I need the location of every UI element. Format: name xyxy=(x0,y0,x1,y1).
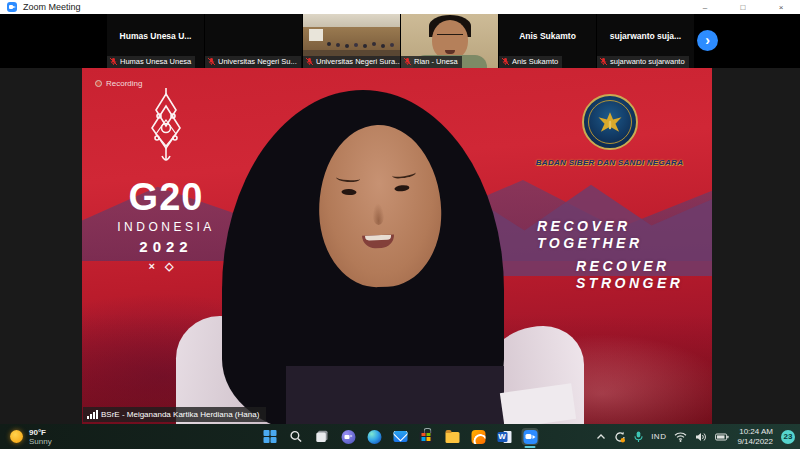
zoom-app-icon xyxy=(7,2,17,12)
participant-thumbnail-meeting-room[interactable]: Universitas Negeri Sura... xyxy=(303,14,400,68)
participant-name-label: Anis Sukamto xyxy=(499,56,562,68)
participant-name-label: sujarwanto sujarwanto xyxy=(597,56,689,68)
participant-thumbnail-rian[interactable]: Rian - Unesa xyxy=(401,14,498,68)
recording-dot-icon xyxy=(95,80,102,87)
clock-time: 10:24 AM xyxy=(737,427,773,437)
microsoft-store-button[interactable] xyxy=(418,428,435,445)
zoom-app-button[interactable] xyxy=(522,428,539,445)
speaker-eyebrow xyxy=(336,173,360,183)
next-page-button[interactable]: › xyxy=(697,30,718,51)
participant-thumbnail-unesa-2[interactable]: Universitas Negeri Su... xyxy=(205,14,302,68)
speaker-eyebrow xyxy=(391,169,416,180)
store-icon xyxy=(420,431,433,443)
room-video-screen xyxy=(309,29,323,41)
participant-thumbnail-sujarwanto[interactable]: sujarwanto suja... sujarwanto sujarwanto xyxy=(597,14,694,68)
mail-icon xyxy=(393,431,407,442)
weather-condition: Sunny xyxy=(29,437,52,446)
battery-status[interactable] xyxy=(715,433,729,441)
clock-date: 9/14/2022 xyxy=(737,437,773,447)
system-tray: IND 10:24 AM 9/14/2022 23 xyxy=(596,427,795,446)
task-view-icon xyxy=(316,430,329,443)
weather-temperature: 90°F xyxy=(29,428,52,437)
audio-level-icon xyxy=(87,410,98,419)
edge-browser-icon xyxy=(367,430,381,444)
minimize-button[interactable]: – xyxy=(686,0,724,14)
rian-video-face xyxy=(432,20,468,60)
speaker-eye xyxy=(341,189,356,196)
participant-display-name: sujarwanto suja... xyxy=(597,14,694,57)
mail-button[interactable] xyxy=(392,428,409,445)
mic-muted-icon xyxy=(501,57,510,66)
participant-name-label: Universitas Negeri Su... xyxy=(205,56,301,68)
maximize-button[interactable]: □ xyxy=(724,0,762,14)
language-indicator[interactable]: IND xyxy=(651,432,666,441)
battery-icon xyxy=(715,433,729,441)
thumbnail-row: Humas Unesa U... Humas Unesa Unesa Unive… xyxy=(107,14,694,68)
windows-logo-icon xyxy=(264,430,277,443)
participant-name-label: Humas Unesa Unesa xyxy=(107,56,195,68)
sunny-weather-icon xyxy=(10,430,23,443)
participant-name-text: Universitas Negeri Su... xyxy=(218,57,297,66)
search-icon xyxy=(290,430,303,443)
hidden-icons-chevron[interactable] xyxy=(596,433,606,441)
active-speaker-name-label: BSrE - Meigananda Kartika Herdiana (Hana… xyxy=(83,407,266,422)
participant-thumbnail-humas-unesa[interactable]: Humas Unesa U... Humas Unesa Unesa xyxy=(107,14,204,68)
room-video-ceiling xyxy=(303,14,400,27)
speaker-dress-front xyxy=(286,366,504,424)
wifi-status[interactable] xyxy=(674,432,687,442)
taskbar-app-icons: W xyxy=(262,424,539,449)
zoom-camera-icon xyxy=(523,430,537,444)
participant-name-text: Universitas Negeri Sura... xyxy=(316,57,400,66)
edge-button[interactable] xyxy=(366,428,383,445)
microphone-icon xyxy=(634,431,643,443)
participant-name-label: Universitas Negeri Sura... xyxy=(303,56,400,68)
rian-video-glasses xyxy=(437,34,463,40)
wifi-icon xyxy=(674,432,687,442)
mic-muted-icon xyxy=(403,57,412,66)
speaker-person xyxy=(82,68,712,424)
mic-muted-icon xyxy=(109,57,118,66)
chat-button[interactable] xyxy=(340,428,357,445)
mic-muted-icon xyxy=(305,57,314,66)
participant-name-text: Humas Unesa Unesa xyxy=(120,57,191,66)
room-video-people xyxy=(327,42,331,46)
word-icon: W xyxy=(497,430,511,444)
microphone-in-use[interactable] xyxy=(634,431,643,443)
sync-icon xyxy=(614,431,626,443)
window-controls: – □ × xyxy=(686,0,800,14)
window-title: Zoom Meeting xyxy=(23,2,81,12)
chevron-up-icon xyxy=(596,433,606,441)
sync-status[interactable] xyxy=(614,431,626,443)
windows-taskbar: 90°F Sunny W xyxy=(0,424,800,449)
active-speaker-video[interactable]: G20 INDONESIA 2022 ×◇ BADAN SIBER DAN SA… xyxy=(82,68,712,424)
uc-browser-button[interactable] xyxy=(470,428,487,445)
speaker-teeth xyxy=(365,235,391,241)
start-button[interactable] xyxy=(262,428,279,445)
mic-muted-icon xyxy=(599,57,608,66)
chat-icon xyxy=(341,430,355,444)
recording-label: Recording xyxy=(106,79,142,88)
notification-badge[interactable]: 23 xyxy=(781,430,795,444)
participant-name-text: sujarwanto sujarwanto xyxy=(610,57,685,66)
search-button[interactable] xyxy=(288,428,305,445)
volume-status[interactable] xyxy=(695,432,707,442)
clock-widget[interactable]: 10:24 AM 9/14/2022 xyxy=(737,427,773,446)
participant-name-label: Rian - Unesa xyxy=(401,56,462,68)
weather-widget[interactable]: 90°F Sunny xyxy=(10,428,52,446)
close-button[interactable]: × xyxy=(762,0,800,14)
speaker-mouth xyxy=(362,235,394,249)
recording-indicator[interactable]: Recording xyxy=(95,79,142,88)
participant-display-name: Humas Unesa U... xyxy=(107,14,204,57)
participant-display-name: Anis Sukamto xyxy=(499,14,596,57)
mic-muted-icon xyxy=(207,57,216,66)
speaker-eye xyxy=(394,184,410,192)
task-view-button[interactable] xyxy=(314,428,331,445)
word-letter: W xyxy=(497,432,507,442)
folder-icon xyxy=(445,432,459,443)
word-button[interactable]: W xyxy=(496,428,513,445)
window-titlebar: Zoom Meeting – □ × xyxy=(0,0,800,14)
file-explorer-button[interactable] xyxy=(444,428,461,445)
speaker-nose xyxy=(372,203,385,225)
participant-thumbnail-anis[interactable]: Anis Sukamto Anis Sukamto xyxy=(499,14,596,68)
participant-name-text: Anis Sukamto xyxy=(512,57,558,66)
